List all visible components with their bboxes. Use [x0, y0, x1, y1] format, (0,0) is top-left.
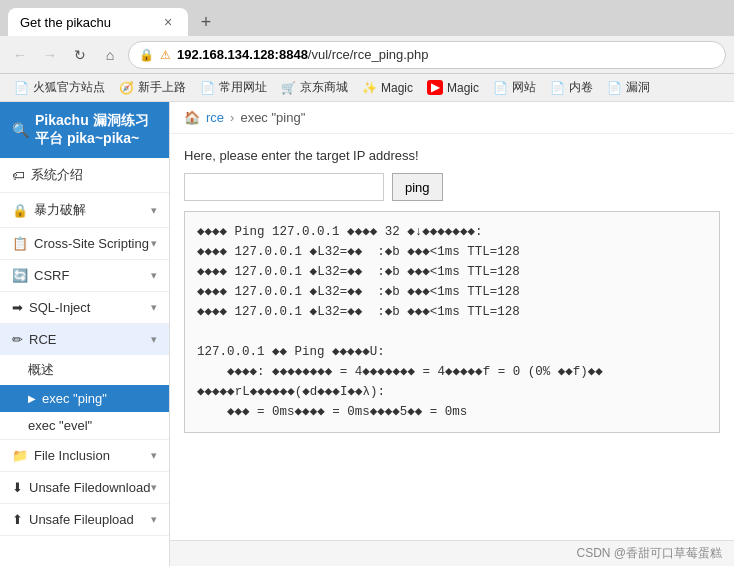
sub-label: exec "ping"	[42, 391, 107, 406]
tag-icon: 🏷	[12, 168, 25, 183]
bookmark-label: 京东商城	[300, 79, 348, 96]
new-tab-button[interactable]: +	[192, 8, 220, 36]
bookmark-label: 火狐官方站点	[33, 79, 105, 96]
output-box: ◆◆◆◆ Ping 127.0.0.1 ◆◆◆◆ 32 ◆↓◆◆◆◆◆◆◆: ◆…	[184, 211, 720, 433]
sidebar-section-csrf: 🔄 CSRF ▾	[0, 260, 169, 292]
sidebar-item-csrf[interactable]: 🔄 CSRF ▾	[0, 260, 169, 291]
shopping-icon: 🛒	[281, 81, 296, 95]
youtube-icon: ▶	[427, 80, 443, 95]
ping-button[interactable]: ping	[392, 173, 443, 201]
url-box[interactable]: 🔒 ⚠ 192.168.134.128:8848/vul/rce/rce_pin…	[128, 41, 726, 69]
folder-icon: 📄	[14, 81, 29, 95]
sidebar-label: Unsafe Filedownload	[29, 480, 150, 495]
input-row: ping	[184, 173, 720, 201]
upload-icon: ⬆	[12, 512, 23, 527]
sidebar-item-xitong-jieshao[interactable]: 🏷 系统介绍	[0, 158, 169, 192]
tab-close-button[interactable]: ×	[160, 14, 176, 30]
bookmark-label: 网站	[512, 79, 536, 96]
forward-button[interactable]: →	[38, 43, 62, 67]
url-host: 192.168.134.128	[177, 47, 275, 62]
star-icon: ✨	[362, 81, 377, 95]
chevron-down-icon: ▾	[151, 301, 157, 314]
bookmark-jingdong[interactable]: 🛒 京东商城	[275, 77, 354, 98]
file-icon: 📁	[12, 448, 28, 463]
sub-label: 概述	[28, 361, 54, 379]
sidebar-section-unsafe-upload: ⬆ Unsafe Fileupload ▾	[0, 504, 169, 536]
bookmark-wangzhan[interactable]: 📄 网站	[487, 77, 542, 98]
footer-text: CSDN @香甜可口草莓蛋糕	[576, 546, 722, 560]
warn-icon: ⚠	[160, 48, 171, 62]
bookmark-loudong[interactable]: 📄 漏洞	[601, 77, 656, 98]
page-description: Here, please enter the target IP address…	[184, 148, 720, 163]
sidebar-item-sql-inject[interactable]: ➡ SQL-Inject ▾	[0, 292, 169, 323]
download-icon: ⬇	[12, 480, 23, 495]
sidebar-label: Cross-Site Scripting	[34, 236, 149, 251]
sidebar-item-baoli-pojie[interactable]: 🔒 暴力破解 ▾	[0, 193, 169, 227]
search-icon: 🔍	[12, 122, 29, 138]
sidebar-header-title: Pikachu 漏洞练习平台 pika~pika~	[35, 112, 157, 148]
output-line-1: ◆◆◆◆ Ping 127.0.0.1 ◆◆◆◆ 32 ◆↓◆◆◆◆◆◆◆:	[197, 222, 707, 242]
folder-icon: 📄	[550, 81, 565, 95]
folder-icon: 📄	[200, 81, 215, 95]
ip-input[interactable]	[184, 173, 384, 201]
refresh-button[interactable]: ↻	[68, 43, 92, 67]
sidebar-item-file-inclusion[interactable]: 📁 File Inclusion ▾	[0, 440, 169, 471]
chevron-down-icon: ▾	[151, 449, 157, 462]
output-line-3: ◆◆◆◆ 127.0.0.1 ◆L32=◆◆ :◆b ◆◆◆<1ms TTL=1…	[197, 262, 707, 282]
bookmark-magic[interactable]: ✨ Magic	[356, 79, 419, 97]
sidebar-label: Unsafe Fileupload	[29, 512, 134, 527]
xss-icon: 📋	[12, 236, 28, 251]
sidebar: 🔍 Pikachu 漏洞练习平台 pika~pika~ 🏷 系统介绍 🔒 暴力破…	[0, 102, 170, 566]
tab-title: Get the pikachu	[20, 15, 152, 30]
sidebar-item-xss[interactable]: 📋 Cross-Site Scripting ▾	[0, 228, 169, 259]
bookmark-huohu[interactable]: 📄 火狐官方站点	[8, 77, 111, 98]
url-text: 192.168.134.128:8848/vul/rce/rce_ping.ph…	[177, 47, 715, 62]
sidebar-label: 系统介绍	[31, 166, 83, 184]
bookmark-xinshoulushang[interactable]: 🧭 新手上路	[113, 77, 192, 98]
chevron-down-icon: ▾	[151, 333, 157, 346]
home-button[interactable]: ⌂	[98, 43, 122, 67]
footer: CSDN @香甜可口草莓蛋糕	[170, 540, 734, 566]
bookmark-neijuan[interactable]: 📄 内卷	[544, 77, 599, 98]
chevron-down-icon: ▾	[151, 513, 157, 526]
url-port: :8848	[275, 47, 308, 62]
address-bar: ← → ↻ ⌂ 🔒 ⚠ 192.168.134.128:8848/vul/rce…	[0, 36, 734, 74]
sql-icon: ➡	[12, 300, 23, 315]
bookmark-label: 新手上路	[138, 79, 186, 96]
sidebar-item-unsafe-fileupload[interactable]: ⬆ Unsafe Fileupload ▾	[0, 504, 169, 535]
breadcrumb-rce[interactable]: rce	[206, 110, 224, 125]
sidebar-section-xss: 📋 Cross-Site Scripting ▾	[0, 228, 169, 260]
sidebar-header: 🔍 Pikachu 漏洞练习平台 pika~pika~	[0, 102, 169, 158]
sidebar-sub-item-exec-ping[interactable]: exec "ping"	[0, 385, 169, 412]
bookmark-label: 漏洞	[626, 79, 650, 96]
sidebar-section-intro: 🏷 系统介绍	[0, 158, 169, 193]
sidebar-label: File Inclusion	[34, 448, 110, 463]
sidebar-label: 暴力破解	[34, 201, 86, 219]
sub-label: exec "evel"	[28, 418, 92, 433]
bookmarks-bar: 📄 火狐官方站点 🧭 新手上路 📄 常用网址 🛒 京东商城 ✨ Magic ▶ …	[0, 74, 734, 102]
browser-tab[interactable]: Get the pikachu ×	[8, 8, 188, 36]
sidebar-sub-item-exec-eval[interactable]: exec "evel"	[0, 412, 169, 439]
chevron-down-icon: ▾	[151, 269, 157, 282]
main-panel: 🏠 rce › exec "ping" Here, please enter t…	[170, 102, 734, 566]
breadcrumb-current: exec "ping"	[240, 110, 305, 125]
sidebar-item-rce[interactable]: ✏ RCE ▾	[0, 324, 169, 355]
output-line-8: ◆◆◆◆◆rL◆◆◆◆◆◆(◆d◆◆◆I◆◆λ):	[197, 382, 707, 402]
bookmark-label: Magic	[381, 81, 413, 95]
lock-icon: 🔒	[12, 203, 28, 218]
lock-icon: 🔒	[139, 48, 154, 62]
chevron-down-icon: ▾	[151, 237, 157, 250]
sidebar-label: CSRF	[34, 268, 69, 283]
bookmark-changyong[interactable]: 📄 常用网址	[194, 77, 273, 98]
breadcrumb: 🏠 rce › exec "ping"	[170, 102, 734, 134]
home-icon: 🏠	[184, 110, 200, 125]
page-content: Here, please enter the target IP address…	[170, 134, 734, 540]
url-path: /vul/rce/rce_ping.php	[308, 47, 429, 62]
sidebar-item-unsafe-filedownload[interactable]: ⬇ Unsafe Filedownload ▾	[0, 472, 169, 503]
chevron-down-icon: ▾	[151, 481, 157, 494]
sidebar-label: RCE	[29, 332, 56, 347]
back-button[interactable]: ←	[8, 43, 32, 67]
chevron-down-icon: ▾	[151, 204, 157, 217]
bookmark-youtube[interactable]: ▶ Magic	[421, 78, 485, 97]
sidebar-sub-item-gaishuo[interactable]: 概述	[0, 355, 169, 385]
